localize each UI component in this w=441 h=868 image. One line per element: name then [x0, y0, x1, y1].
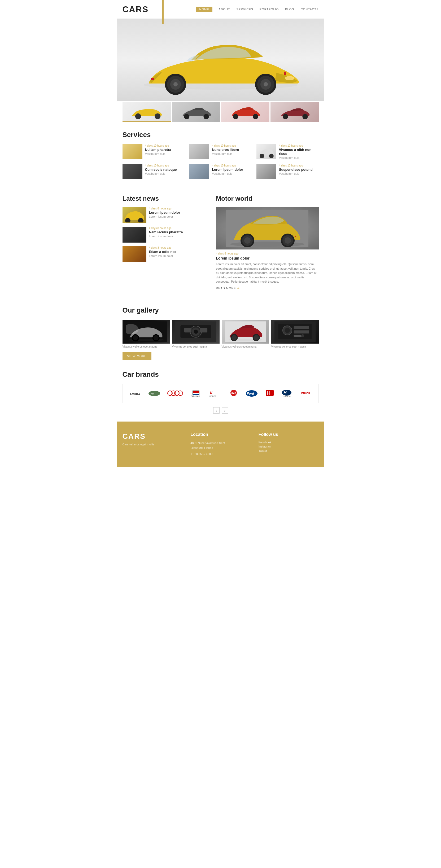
service-name-3: Vivamus a nibh non risus [279, 148, 319, 156]
service-meta-2: 4 days 10 hours ago [212, 144, 239, 147]
svg-text:H: H [267, 391, 270, 396]
svg-point-4 [264, 82, 268, 86]
news-item-2: 4 days 8 hours ago Nam iaculis pharetra … [122, 227, 208, 243]
service-meta-3: 4 days 10 hours ago [279, 144, 319, 147]
service-sub-6: Vestibulum quis [279, 172, 313, 175]
service-item-4: 4 days 10 hours ago Cum socis natoque Ve… [122, 164, 185, 179]
svg-rect-57 [294, 326, 309, 329]
svg-point-19 [283, 114, 288, 119]
footer-address-2: Leesburg, Florida [190, 445, 251, 451]
thumb-4[interactable] [270, 102, 319, 122]
gallery-item-2[interactable]: Vivamus vel eros eget magna [172, 320, 219, 348]
svg-point-31 [244, 237, 251, 244]
gallery-img-4 [271, 320, 319, 344]
service-item-6: 4 days 10 hours ago Suspendisse potenti … [257, 164, 319, 179]
footer-twitter-link[interactable]: Twitter [259, 449, 319, 452]
motor-title: Lorem ipsum dolor [216, 256, 319, 260]
motor-meta: 4 days 6 hours ago [216, 252, 319, 255]
service-item-3: 4 days 10 hours ago Vivamus a nibh non r… [257, 144, 319, 159]
header: CARS HOME ABOUT SERVICES PORTFOLIO BLOG … [117, 0, 324, 19]
svg-point-38 [133, 335, 138, 340]
gallery-cap-3: Vivamus vel eros eget magna [222, 345, 269, 348]
brand-audi[interactable]: AUDI [167, 390, 183, 397]
thumbnail-strip [117, 101, 324, 123]
service-img-2 [189, 144, 209, 159]
svg-rect-11 [284, 71, 286, 75]
thumb-2[interactable] [172, 102, 220, 122]
brands-container: ACURA AM AUDI [122, 384, 319, 403]
brand-dodge[interactable]: // DODGE [209, 390, 222, 397]
brands-prev-btn[interactable]: ‹ [213, 407, 219, 413]
svg-point-67 [178, 391, 183, 396]
news-title-3: Etiam a odio nec [149, 250, 176, 254]
view-more-button[interactable]: VIEW MORE [122, 352, 151, 360]
svg-point-52 [232, 335, 237, 340]
footer-facebook-link[interactable]: Facebook [259, 441, 319, 444]
svg-point-16 [253, 114, 258, 119]
svg-text:ACURA: ACURA [130, 393, 140, 396]
motor-world-col: Motor world 4 days 6 hours ago Lorem ips… [216, 195, 319, 290]
gallery-item-1[interactable]: Vivamus vel eros eget magna [122, 320, 170, 348]
brand-honda[interactable]: H [264, 390, 275, 397]
gallery-img-3 [222, 320, 269, 344]
brand-isuzu[interactable]: ISUZU [301, 390, 313, 397]
gallery-item-3[interactable]: Vivamus vel eros eget magna [222, 320, 269, 348]
nav-services[interactable]: SERVICES [236, 8, 253, 11]
service-meta-6: 4 days 10 hours ago [279, 164, 313, 167]
news-thumb-1 [122, 207, 146, 223]
svg-text://: // [210, 391, 212, 395]
news-motor-section: Latest news 4 days 8 hours ago Lorem ips… [117, 187, 324, 298]
brand-fiat[interactable]: FIAT [228, 390, 239, 397]
news-item-3: 4 days 8 hours ago Etiam a odio nec Lore… [122, 246, 208, 262]
nav-home[interactable]: HOME [196, 7, 212, 12]
nav-about[interactable]: ABOUT [219, 8, 230, 11]
news-thumb-2 [122, 227, 146, 243]
news-desc-3: Lorem ipsum dolor [149, 254, 176, 257]
svg-text:ISUZU: ISUZU [301, 392, 310, 395]
brand-aston-martin[interactable]: AM [148, 390, 161, 397]
svg-rect-70 [193, 391, 199, 393]
service-meta-1: 4 days 10 hours ago [145, 144, 171, 147]
svg-rect-32 [295, 236, 296, 237]
service-item-2: 4 days 10 hours ago Nunc eros libero Ves… [189, 144, 252, 159]
news-meta-3: 4 days 8 hours ago [149, 246, 176, 249]
footer-brand-col: CARS Cars vel eros eget mollis [122, 432, 183, 457]
nav-portfolio[interactable]: PORTFOLIO [260, 8, 279, 11]
news-title-2: Nam iaculis pharetra [149, 230, 183, 234]
service-sub-1: Vestibulum quis [145, 152, 171, 155]
thumb-3[interactable] [221, 102, 269, 122]
svg-text:AUDI: AUDI [170, 395, 174, 397]
gallery-item-4[interactable]: Vivamus vel eros eget magna [271, 320, 319, 348]
brand-hyundai[interactable]: H HYUNDAI [282, 390, 295, 397]
nav-contacts[interactable]: CONTACTS [301, 8, 319, 11]
footer-address-1: 4861 Nunc Vivamus Street [190, 441, 251, 446]
footer-tagline: Cars vel eros eget mollis [122, 443, 183, 446]
service-sub-5: Vestibulum quis [212, 172, 243, 175]
service-meta-4: 4 days 10 hours ago [145, 164, 177, 167]
brands-next-btn[interactable]: › [222, 407, 228, 413]
read-more-btn[interactable]: READ MORE ➜ [216, 287, 319, 290]
brand-cadillac[interactable]: CADILLAC [189, 390, 203, 397]
brand-acura[interactable]: ACURA [128, 390, 142, 397]
svg-point-15 [184, 114, 189, 119]
svg-point-56 [285, 328, 290, 333]
svg-point-28 [285, 237, 291, 244]
thumb-1[interactable] [122, 102, 171, 122]
news-desc-1: Lorem ipsum dolor [149, 215, 180, 218]
svg-point-18 [302, 114, 307, 119]
svg-point-50 [254, 335, 259, 340]
footer-logo: CARS [122, 432, 183, 441]
service-name-5: Lorem ipsum dolor [212, 167, 243, 172]
nav-blog[interactable]: BLOG [285, 8, 294, 11]
footer-phone: +1 800 559 6580 [190, 452, 251, 457]
service-name-4: Cum socis natoque [145, 167, 177, 172]
svg-text:H: H [284, 391, 287, 395]
service-sub-4: Vestibulum quis [145, 172, 177, 175]
footer-instagram-link[interactable]: Instagram [259, 445, 319, 448]
svg-rect-71 [193, 393, 199, 394]
gallery-section: Our gallery Vivamus vel eros eget magna [117, 298, 324, 368]
gallery-cap-4: Vivamus vel eros eget magna [271, 345, 319, 348]
brand-ford[interactable]: Ford [245, 390, 258, 397]
service-name-1: Nullam pharetra [145, 148, 171, 152]
svg-text:HYUNDAI: HYUNDAI [283, 395, 291, 397]
